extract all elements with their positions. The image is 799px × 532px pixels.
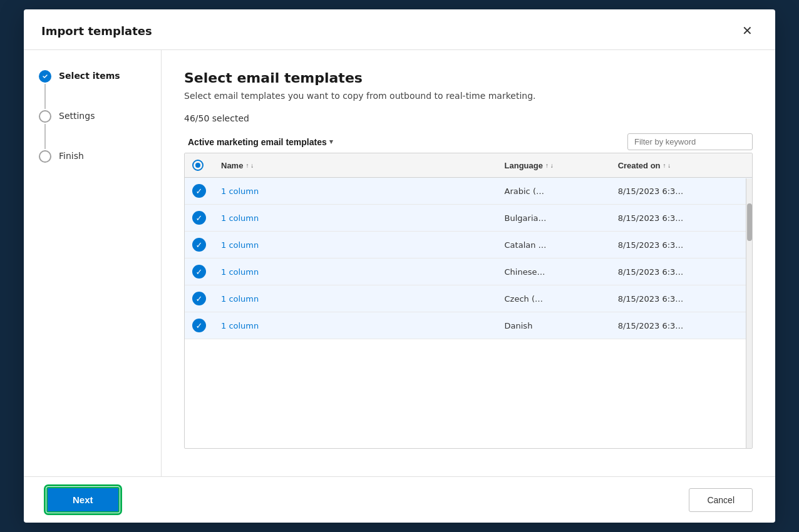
row-name-link[interactable]: 1 column xyxy=(221,267,259,277)
close-button[interactable]: ✕ xyxy=(737,21,758,41)
row-name-link[interactable]: 1 column xyxy=(221,294,259,304)
row-checkbox-cell: ✓ xyxy=(185,178,214,205)
row-checkbox-cell: ✓ xyxy=(185,285,214,312)
row-checkbox-cell: ✓ xyxy=(185,258,214,285)
row-checkbox-cell: ✓ xyxy=(185,312,214,339)
step3-label: Finish xyxy=(59,150,84,161)
row-name-cell: 1 column xyxy=(214,205,497,232)
next-button[interactable]: Next xyxy=(46,487,120,513)
dialog-footer: Next Cancel xyxy=(24,476,775,523)
row-created-cell: 8/15/2023 6:3… xyxy=(611,178,752,205)
wizard-sidebar: Select items Settings Finish xyxy=(24,50,162,476)
row-created-cell: 8/15/2023 6:3… xyxy=(611,258,752,285)
row-language-cell: Chinese… xyxy=(497,258,611,285)
th-name-label: Name xyxy=(221,161,243,170)
dialog-header: Import templates ✕ xyxy=(24,9,775,50)
row-checked-icon[interactable]: ✓ xyxy=(192,238,206,252)
row-language-cell: Danish xyxy=(497,312,611,339)
table-row: ✓ 1 column Catalan … 8/15/2023 6:3… xyxy=(185,232,752,258)
row-name-cell: 1 column xyxy=(214,312,497,339)
section-title: Select email templates xyxy=(184,70,753,86)
row-language-cell: Bulgaria… xyxy=(497,205,611,232)
scrollbar[interactable] xyxy=(746,178,752,448)
table-body: ✓ 1 column Arabic (… 8/15/2023 6:3… ✓ 1 … xyxy=(185,178,752,339)
table-header-row: Name ↑ ↓ Language ↑ ↓ xyxy=(185,153,752,178)
th-language: Language ↑ ↓ xyxy=(497,153,611,178)
step2-indicator-col xyxy=(39,110,51,150)
selection-count: 46/50 selected xyxy=(184,113,753,123)
row-language-cell: Arabic (… xyxy=(497,178,611,205)
row-name-link[interactable]: 1 column xyxy=(221,213,259,223)
row-name-cell: 1 column xyxy=(214,178,497,205)
step1-label: Select items xyxy=(59,70,120,81)
step1-indicator-col xyxy=(39,70,51,110)
sort-created-icon: ↑ ↓ xyxy=(663,162,671,169)
sort-created-button[interactable]: Created on ↑ ↓ xyxy=(618,161,671,170)
step-select-items: Select items xyxy=(39,70,146,110)
step3-indicator-col xyxy=(39,150,51,163)
table-row: ✓ 1 column Danish 8/15/2023 6:3… xyxy=(185,312,752,339)
row-name-link[interactable]: 1 column xyxy=(221,321,259,330)
row-name-cell: 1 column xyxy=(214,232,497,258)
main-content: Select email templates Select email temp… xyxy=(162,50,775,476)
chevron-down-icon: ▾ xyxy=(329,138,333,146)
table-row: ✓ 1 column Czech (… 8/15/2023 6:3… xyxy=(185,285,752,312)
row-created-cell: 8/15/2023 6:3… xyxy=(611,285,752,312)
row-checkbox-cell: ✓ xyxy=(185,205,214,232)
sort-language-button[interactable]: Language ↑ ↓ xyxy=(505,161,554,170)
row-name-link[interactable]: 1 column xyxy=(221,240,259,250)
step2-connector xyxy=(44,124,46,149)
keyword-filter-input[interactable] xyxy=(627,133,753,150)
step1-connector xyxy=(44,84,46,109)
row-created-cell: 8/15/2023 6:3… xyxy=(611,205,752,232)
row-checked-icon[interactable]: ✓ xyxy=(192,184,206,198)
section-desc: Select email templates you want to copy … xyxy=(184,91,753,101)
step2-label: Settings xyxy=(59,110,95,121)
email-templates-table: Name ↑ ↓ Language ↑ ↓ xyxy=(185,153,752,339)
dialog-title: Import templates xyxy=(41,24,152,38)
sort-lang-icon: ↑ ↓ xyxy=(545,162,554,169)
row-name-cell: 1 column xyxy=(214,285,497,312)
step-settings: Settings xyxy=(39,110,146,150)
row-created-cell: 8/15/2023 6:3… xyxy=(611,232,752,258)
th-created-label: Created on xyxy=(618,161,661,170)
dialog-body: Select items Settings Finish Select emai… xyxy=(24,50,775,476)
email-templates-table-container: Name ↑ ↓ Language ↑ ↓ xyxy=(184,153,753,449)
toolbar: Active marketing email templates ▾ xyxy=(184,133,753,150)
th-language-label: Language xyxy=(505,161,543,170)
row-name-link[interactable]: 1 column xyxy=(221,187,259,196)
row-checked-icon[interactable]: ✓ xyxy=(192,211,206,225)
row-created-cell: 8/15/2023 6:3… xyxy=(611,312,752,339)
step3-circle xyxy=(39,150,51,163)
row-checkbox-cell: ✓ xyxy=(185,232,214,258)
step2-circle xyxy=(39,110,51,123)
th-created-on: Created on ↑ ↓ xyxy=(611,153,752,178)
row-checked-icon[interactable]: ✓ xyxy=(192,319,206,332)
table-row: ✓ 1 column Chinese… 8/15/2023 6:3… xyxy=(185,258,752,285)
cancel-button[interactable]: Cancel xyxy=(689,488,753,512)
table-row: ✓ 1 column Bulgaria… 8/15/2023 6:3… xyxy=(185,205,752,232)
filter-dropdown-label: Active marketing email templates xyxy=(188,137,327,147)
scrollbar-thumb xyxy=(747,203,752,241)
row-language-cell: Czech (… xyxy=(497,285,611,312)
step1-circle xyxy=(39,70,51,83)
select-all-radio[interactable] xyxy=(192,160,204,171)
step-finish: Finish xyxy=(39,150,146,163)
sort-asc-icon: ↑ ↓ xyxy=(245,162,254,169)
th-name: Name ↑ ↓ xyxy=(214,153,497,178)
sort-name-button[interactable]: Name ↑ ↓ xyxy=(221,161,254,170)
row-checked-icon[interactable]: ✓ xyxy=(192,292,206,305)
row-name-cell: 1 column xyxy=(214,258,497,285)
filter-dropdown-button[interactable]: Active marketing email templates ▾ xyxy=(184,135,337,150)
import-templates-dialog: Import templates ✕ Select items xyxy=(24,9,775,523)
table-row: ✓ 1 column Arabic (… 8/15/2023 6:3… xyxy=(185,178,752,205)
row-checked-icon[interactable]: ✓ xyxy=(192,265,206,279)
th-select-all xyxy=(185,153,214,178)
radio-inner xyxy=(195,163,200,168)
row-language-cell: Catalan … xyxy=(497,232,611,258)
